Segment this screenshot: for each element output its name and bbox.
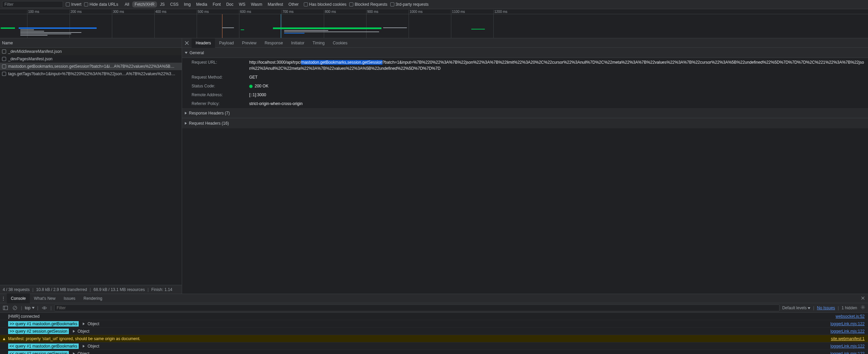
- file-icon: [2, 64, 6, 68]
- type-filter-font[interactable]: Font: [210, 1, 223, 7]
- remote-address-label: Remote Address:: [192, 92, 249, 98]
- type-filter-media[interactable]: Media: [194, 1, 210, 7]
- console-source-link[interactable]: loggerLink.mjs:122: [830, 344, 865, 349]
- console-row-warning[interactable]: ▲ Manifest: property 'start_url' ignored…: [0, 335, 868, 342]
- no-issues-link[interactable]: No Issues: [817, 306, 835, 310]
- request-headers-section[interactable]: Request Headers (16): [182, 118, 868, 128]
- third-party-checkbox[interactable]: 3rd-party requests: [390, 2, 429, 7]
- chevron-down-icon: [32, 307, 35, 309]
- hide-data-urls-label: Hide data URLs: [90, 2, 118, 7]
- invert-checkbox[interactable]: Invert: [66, 2, 81, 7]
- third-party-label: 3rd-party requests: [396, 2, 429, 7]
- type-filter-ws[interactable]: WS: [237, 1, 248, 7]
- console-row[interactable]: << query #2 session.getSession Object lo…: [0, 350, 868, 354]
- response-headers-section[interactable]: Response Headers (7): [182, 108, 868, 118]
- console-message: Manifest: property 'start_url' ignored, …: [8, 336, 140, 341]
- context-selector[interactable]: top: [25, 306, 35, 310]
- gear-icon: [861, 305, 865, 310]
- console-source-link[interactable]: loggerLink.mjs:122: [830, 321, 865, 326]
- console-source-link[interactable]: loggerLink.mjs:122: [830, 351, 865, 354]
- warning-icon: ▲: [2, 336, 6, 341]
- chevron-right-icon[interactable]: [73, 330, 75, 333]
- general-section-header[interactable]: General: [182, 48, 868, 58]
- log-levels-selector[interactable]: Default levels: [782, 306, 810, 310]
- timeline-bar: [1, 27, 15, 29]
- drawer-close-button[interactable]: [860, 295, 866, 302]
- type-filter-all[interactable]: All: [122, 1, 132, 7]
- status-code-label: Status Code:: [192, 83, 249, 89]
- console-filter-input[interactable]: [54, 305, 780, 311]
- tab-initiator[interactable]: Initiator: [287, 38, 308, 48]
- tab-timing[interactable]: Timing: [309, 38, 329, 48]
- console-settings-button[interactable]: [860, 304, 866, 311]
- drawer-tab-whatsnew[interactable]: What's New: [30, 294, 60, 303]
- request-list-header[interactable]: Name: [0, 38, 182, 48]
- tab-preview[interactable]: Preview: [238, 38, 261, 48]
- detail-tabs: Headers Payload Preview Response Initiat…: [182, 38, 868, 48]
- console-source-link[interactable]: websocket.js:52: [836, 314, 865, 319]
- type-filter-doc[interactable]: Doc: [224, 1, 236, 7]
- console-row[interactable]: >> query #2 session.getSession Object lo…: [0, 328, 868, 335]
- chevron-right-icon[interactable]: [83, 322, 85, 325]
- remote-address-value: [::1]:3000: [249, 92, 865, 98]
- response-headers-title: Response Headers (7): [189, 111, 230, 116]
- type-filter-css[interactable]: CSS: [168, 1, 181, 7]
- console-source-link[interactable]: loggerLink.mjs:122: [830, 329, 865, 334]
- ruler-tick: 800 ms: [324, 10, 336, 38]
- timeline-bar: [284, 32, 379, 32]
- blocked-requests-checkbox[interactable]: Blocked Requests: [349, 2, 388, 7]
- type-filter-group: All Fetch/XHR JS CSS Img Media Font Doc …: [122, 1, 301, 7]
- request-url-label: Request URL:: [192, 59, 249, 71]
- type-filter-other[interactable]: Other: [286, 1, 301, 7]
- request-row[interactable]: tags.getTags?batch=1&input=%7B%220%22%3A…: [0, 70, 182, 78]
- console-object[interactable]: Object: [78, 351, 90, 354]
- drawer-tab-rendering[interactable]: Rendering: [79, 294, 106, 303]
- tab-response[interactable]: Response: [260, 38, 287, 48]
- drawer-menu-button[interactable]: ⋮: [0, 296, 7, 301]
- console-source-link[interactable]: site.webmanifest:1: [831, 336, 865, 341]
- svg-point-5: [862, 307, 864, 308]
- console-sidebar-toggle[interactable]: [2, 305, 9, 311]
- console-row[interactable]: >> query #1 mastodon.getBookmarks Object…: [0, 320, 868, 328]
- tab-cookies[interactable]: Cookies: [329, 38, 351, 48]
- ruler-tick: 200 ms: [70, 10, 82, 38]
- type-filter-fetch-xhr[interactable]: Fetch/XHR: [132, 1, 157, 7]
- ruler-tick: 700 ms: [281, 10, 294, 38]
- console-object[interactable]: Object: [78, 329, 90, 334]
- request-row[interactable]: _devMiddlewareManifest.json: [0, 48, 182, 55]
- tab-headers[interactable]: Headers: [192, 38, 215, 48]
- blocked-cookies-checkbox[interactable]: Has blocked cookies: [304, 2, 347, 7]
- chevron-right-icon[interactable]: [73, 352, 75, 354]
- close-details-button[interactable]: [182, 38, 192, 48]
- filter-input[interactable]: [2, 1, 63, 8]
- console-object[interactable]: Object: [87, 321, 99, 326]
- type-filter-wasm[interactable]: Wasm: [249, 1, 265, 7]
- network-timeline[interactable]: 100 ms 200 ms 300 ms 400 ms 500 ms 600 m…: [0, 9, 868, 38]
- console-badge: << query #1 mastodon.getBookmarks: [8, 343, 79, 349]
- clear-console-button[interactable]: [12, 305, 18, 311]
- drawer-tab-issues[interactable]: Issues: [60, 294, 80, 303]
- chevron-right-icon[interactable]: [83, 345, 85, 348]
- console-row[interactable]: << query #1 mastodon.getBookmarks Object…: [0, 342, 868, 350]
- timeline-bar: [20, 32, 81, 33]
- ruler-tick: 1000 ms: [409, 10, 422, 38]
- timeline-ruler: 100 ms 200 ms 300 ms 400 ms 500 ms 600 m…: [0, 9, 868, 14]
- tab-payload[interactable]: Payload: [215, 38, 238, 48]
- request-row[interactable]: _devPagesManifest.json: [0, 55, 182, 63]
- type-filter-js[interactable]: JS: [158, 1, 167, 7]
- chevron-down-icon: [808, 307, 810, 309]
- type-filter-img[interactable]: Img: [181, 1, 193, 7]
- console-object[interactable]: Object: [87, 344, 99, 349]
- live-expression-button[interactable]: [41, 305, 48, 311]
- type-filter-manifest[interactable]: Manifest: [265, 1, 285, 7]
- request-row[interactable]: mastodon.getBookmarks,session.getSession…: [0, 63, 182, 70]
- request-url-row: Request URL: http://localhost:3000/api/t…: [182, 58, 868, 73]
- blocked-cookies-label: Has blocked cookies: [309, 2, 347, 7]
- hide-data-urls-checkbox[interactable]: Hide data URLs: [84, 2, 118, 7]
- request-url-value[interactable]: http://localhost:3000/api/trpc/mastodon.…: [249, 59, 865, 71]
- drawer-tab-console[interactable]: Console: [7, 294, 30, 303]
- console-row[interactable]: [HMR] connected websocket.js:52: [0, 313, 868, 320]
- console-badge: << query #2 session.getSession: [8, 351, 69, 354]
- footer-count: 4 / 38 requests: [3, 287, 29, 292]
- svg-point-4: [44, 307, 45, 309]
